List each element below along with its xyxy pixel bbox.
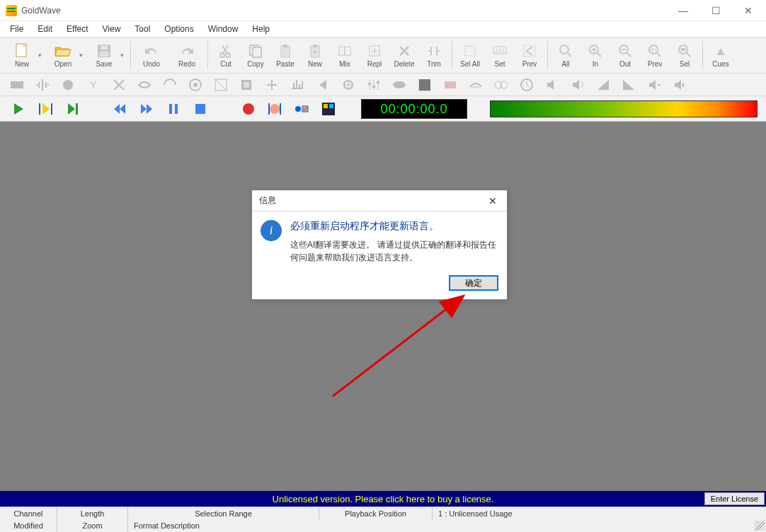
save-button[interactable]: Save bbox=[86, 38, 122, 72]
new-button[interactable]: New bbox=[4, 38, 40, 72]
play-button[interactable] bbox=[8, 99, 28, 119]
status-channel: Channel bbox=[0, 507, 57, 520]
cut-button[interactable]: Cut bbox=[211, 38, 241, 72]
menu-options[interactable]: Options bbox=[157, 23, 200, 35]
record-selection-button[interactable] bbox=[265, 99, 285, 119]
svg-rect-3 bbox=[100, 52, 108, 57]
set-button[interactable]: 123 Set bbox=[485, 38, 515, 72]
effect-dynamics-icon[interactable] bbox=[58, 76, 78, 94]
effect-invert-icon[interactable] bbox=[211, 76, 231, 94]
effect-fade-out-icon[interactable] bbox=[619, 76, 639, 94]
zoom-prev-button[interactable]: Prev bbox=[640, 38, 670, 72]
record-button[interactable] bbox=[239, 99, 258, 119]
time-display: 00:00:00.0 bbox=[361, 99, 467, 119]
effect-fade-in-icon[interactable] bbox=[593, 76, 613, 94]
resize-grip[interactable] bbox=[755, 521, 765, 531]
effect-volume-up-icon[interactable] bbox=[568, 76, 588, 94]
effect-filter-icon[interactable] bbox=[135, 76, 154, 94]
status-selection-range: Selection Range bbox=[127, 507, 319, 520]
status-format: Format Description bbox=[127, 520, 766, 533]
effect-left-icon[interactable] bbox=[313, 76, 333, 94]
visual-button[interactable] bbox=[319, 99, 338, 119]
effect-shape-icon[interactable] bbox=[670, 76, 690, 94]
minimize-button[interactable]: — bbox=[667, 0, 699, 21]
effect-equalizer-icon[interactable] bbox=[364, 76, 384, 94]
transport-toolbar: 00:00:00.0 bbox=[0, 96, 766, 122]
effects-toolbar: Y bbox=[0, 74, 766, 96]
undo-button[interactable]: Undo bbox=[134, 38, 169, 72]
effect-center-icon[interactable] bbox=[338, 76, 358, 94]
select-all-button[interactable]: Sel All bbox=[455, 38, 485, 72]
menu-window[interactable]: Window bbox=[201, 23, 246, 35]
enter-license-button[interactable]: Enter License bbox=[704, 492, 765, 505]
open-dropdown[interactable]: ▾ bbox=[79, 52, 86, 59]
replace-button[interactable]: Repl bbox=[360, 38, 389, 72]
zoom-all-button[interactable]: All bbox=[551, 38, 581, 72]
stop-button[interactable] bbox=[190, 99, 210, 119]
play-selection-button[interactable] bbox=[35, 99, 55, 119]
effect-flanger-icon[interactable] bbox=[160, 76, 180, 94]
mix-button[interactable]: Mix bbox=[330, 38, 360, 72]
effect-echo-icon[interactable]: Y bbox=[84, 76, 103, 94]
menu-edit[interactable]: Edit bbox=[30, 23, 59, 35]
save-dropdown[interactable]: ▾ bbox=[120, 52, 127, 59]
effect-smoother-icon[interactable] bbox=[466, 76, 486, 94]
effect-mechanize-icon[interactable] bbox=[236, 76, 256, 94]
dialog-ok-button[interactable]: 确定 bbox=[449, 275, 498, 291]
effect-parametric-icon[interactable] bbox=[415, 76, 435, 94]
paste-button[interactable]: Paste bbox=[270, 38, 300, 72]
open-folder-icon bbox=[53, 43, 73, 59]
play-end-button[interactable] bbox=[62, 99, 82, 119]
license-banner[interactable]: Unlicensed version. Please click here to… bbox=[0, 491, 766, 507]
effect-interpolate-icon[interactable] bbox=[185, 76, 205, 94]
cues-button[interactable]: Cues bbox=[706, 38, 736, 72]
effect-censor-icon[interactable] bbox=[7, 76, 27, 94]
redo-button[interactable]: Redo bbox=[169, 38, 205, 72]
effect-doppler-icon[interactable] bbox=[33, 76, 52, 94]
close-button[interactable]: ✕ bbox=[732, 0, 765, 21]
effect-noise-icon[interactable] bbox=[389, 76, 409, 94]
zoom-in-button[interactable]: In bbox=[581, 38, 610, 72]
effect-silence-icon[interactable] bbox=[440, 76, 460, 94]
effect-maximize-icon[interactable] bbox=[644, 76, 664, 94]
zoom-in-icon bbox=[585, 43, 605, 59]
zoom-sel-button[interactable]: Sel bbox=[670, 38, 699, 72]
dialog-titlebar[interactable]: 信息 ✕ bbox=[252, 190, 507, 212]
effect-time-icon[interactable] bbox=[517, 76, 537, 94]
svg-rect-36 bbox=[372, 86, 375, 88]
menu-tool[interactable]: Tool bbox=[127, 23, 157, 35]
menu-help[interactable]: Help bbox=[245, 23, 277, 35]
open-button[interactable]: Open bbox=[45, 38, 81, 72]
svg-rect-33 bbox=[244, 82, 249, 88]
effect-offset-icon[interactable] bbox=[262, 76, 282, 94]
prev-view-button[interactable]: Prev bbox=[515, 38, 544, 72]
menu-effect[interactable]: Effect bbox=[59, 23, 95, 35]
new-dropdown[interactable]: ▾ bbox=[38, 52, 45, 59]
zoom-out-button[interactable]: Out bbox=[610, 38, 640, 72]
menu-view[interactable]: View bbox=[96, 23, 128, 35]
svg-point-30 bbox=[193, 83, 198, 87]
record-checkbox-button[interactable] bbox=[292, 99, 311, 119]
svg-rect-19 bbox=[524, 45, 535, 57]
status-bar: Channel Length Selection Range Playback … bbox=[0, 507, 766, 532]
redo-icon bbox=[177, 43, 197, 59]
effect-stereo-icon[interactable] bbox=[491, 76, 511, 94]
svg-rect-7 bbox=[253, 47, 261, 57]
svg-rect-11 bbox=[313, 45, 317, 47]
effect-pitch-icon[interactable] bbox=[287, 76, 307, 94]
rewind-button[interactable] bbox=[110, 99, 130, 119]
trim-button[interactable]: Trim bbox=[419, 38, 449, 72]
svg-rect-32 bbox=[241, 80, 251, 90]
forward-button[interactable] bbox=[137, 99, 156, 119]
menu-file[interactable]: File bbox=[3, 23, 30, 35]
paste-new-button[interactable]: + New bbox=[300, 38, 330, 72]
svg-rect-0 bbox=[16, 44, 26, 57]
dialog-close-button[interactable]: ✕ bbox=[486, 195, 500, 207]
copy-button[interactable]: Copy bbox=[241, 38, 270, 72]
pause-button[interactable] bbox=[164, 99, 183, 119]
maximize-button[interactable]: ☐ bbox=[699, 0, 732, 21]
delete-button[interactable]: Delete bbox=[389, 38, 419, 72]
effect-volume-icon[interactable] bbox=[542, 76, 562, 94]
effect-compressor-icon[interactable] bbox=[109, 76, 129, 94]
window-controls: — ☐ ✕ bbox=[667, 0, 765, 21]
